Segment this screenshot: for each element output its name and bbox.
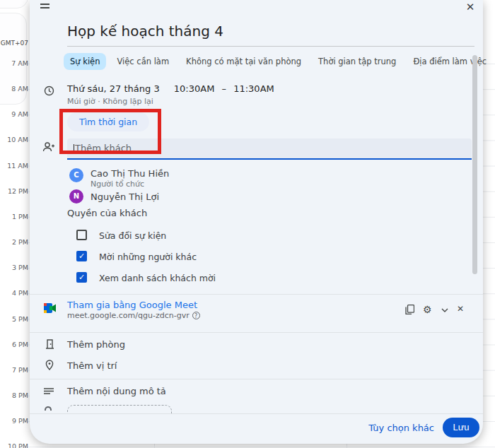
hour-label: 11 AM [0, 162, 28, 170]
copy-icon[interactable] [405, 305, 414, 314]
hour-label: 8 AM [0, 85, 28, 93]
event-type-tabs: Sự kiện Việc cần làm Không có mặt tại vă… [64, 53, 495, 70]
hour-label: 10 PM [0, 442, 28, 448]
find-time-button[interactable]: Tìm thời gian [67, 112, 149, 131]
remove-meet-icon[interactable]: ✕ [457, 304, 464, 314]
guest-permissions-title: Quyền của khách [67, 208, 147, 218]
meet-url: meet.google.com/qgu-zdcn-gvr [67, 311, 190, 320]
start-time[interactable]: 10:30AM [174, 83, 215, 94]
timezone-label: GMT+07 [0, 40, 28, 47]
attendee-name[interactable]: Nguyễn Thị Lợi [91, 191, 159, 202]
checkbox-invite-others[interactable]: ✓ [76, 251, 87, 261]
hour-label: 7 AM [0, 59, 28, 67]
join-google-meet-link[interactable]: Tham gia bằng Google Meet [67, 300, 197, 310]
help-icon[interactable]: ? [192, 312, 200, 319]
clock-icon [44, 86, 54, 96]
section-divider [30, 332, 483, 333]
end-time[interactable]: 11:30AM [233, 83, 274, 94]
description-icon [44, 388, 54, 395]
attendee-name[interactable]: Cao Thị Thu Hiền [91, 168, 169, 179]
checkbox-label-modify-event[interactable]: Sửa đổi sự kiện [99, 230, 166, 241]
avatar-guest[interactable]: N [69, 189, 83, 204]
chevron-down-icon[interactable] [441, 308, 448, 312]
close-icon[interactable]: ✕ [462, 0, 478, 14]
section-divider [30, 294, 483, 295]
add-room-row[interactable]: Thêm phòng [67, 339, 125, 350]
hour-label: 2 PM [0, 238, 28, 246]
hour-label: 5 PM [0, 315, 28, 323]
add-description-row[interactable]: Thêm nội dung mô tả [67, 386, 166, 396]
tab-out-of-office[interactable]: Không có mặt tại văn phòng [180, 53, 308, 70]
event-title-input[interactable]: Họp kế hoạch tháng 4 [67, 23, 474, 47]
tab-working-location[interactable]: Địa điểm làm việc [407, 53, 493, 70]
meet-url-row: meet.google.com/qgu-zdcn-gvr ? [67, 311, 200, 320]
hour-label: 4 PM [0, 289, 28, 297]
hour-label: 8 PM [0, 391, 28, 399]
background-event-card [0, 0, 28, 8]
time-dash: – [222, 83, 227, 94]
google-meet-icon [44, 303, 56, 313]
tab-focus-time[interactable]: Thời gian tập trung [312, 53, 402, 70]
guest-input-placeholder: Thêm khách [75, 143, 132, 153]
event-edit-dialog: ✕ Họp kế hoạch tháng 4 Sự kiện Việc cần … [30, 0, 483, 444]
hour-label: 7 PM [0, 366, 28, 374]
add-guests-icon [42, 141, 56, 153]
add-guests-input[interactable]: Thêm khách [67, 138, 472, 160]
attendee-role: Người tổ chức [91, 179, 144, 189]
event-date[interactable]: Thứ sáu, 27 tháng 3 [67, 83, 160, 94]
hour-label: 12 PM [0, 187, 28, 195]
hour-label: 6 PM [0, 341, 28, 348]
room-icon [45, 339, 54, 349]
hour-label: 10 AM [0, 136, 28, 143]
attachment-icon [45, 406, 52, 411]
footer-divider [30, 413, 483, 414]
text-caret [74, 144, 74, 154]
save-button[interactable]: Lưu [443, 418, 479, 437]
tab-event[interactable]: Sự kiện [64, 53, 106, 70]
checkbox-label-invite-others[interactable]: Mời những người khác [99, 252, 197, 262]
hour-label: 9 AM [0, 110, 28, 118]
hour-label: 9 PM [0, 417, 28, 425]
checkbox-label-see-guest-list[interactable]: Xem danh sách khách mời [99, 273, 216, 283]
tab-task[interactable]: Việc cần làm [110, 53, 175, 70]
dialog-scrollbar[interactable] [472, 55, 477, 274]
timezone-recurrence-text[interactable]: Múi giờ · Không lặp lại [67, 97, 153, 106]
hour-label: 3 PM [0, 264, 28, 271]
add-location-row[interactable]: Thêm vị trí [67, 360, 117, 371]
location-pin-icon [45, 360, 54, 370]
hour-label: 1 PM [0, 213, 28, 220]
gear-icon[interactable]: ⚙ [423, 304, 432, 315]
section-divider [30, 379, 483, 379]
event-datetime[interactable]: Thứ sáu, 27 tháng 3 10:30AM – 11:30AM [67, 83, 279, 94]
more-options-button[interactable]: Tùy chọn khác [341, 423, 434, 433]
checkbox-see-guest-list[interactable]: ✓ [76, 272, 87, 283]
checkbox-modify-event[interactable] [76, 230, 87, 240]
avatar-organizer[interactable]: C [69, 168, 83, 182]
